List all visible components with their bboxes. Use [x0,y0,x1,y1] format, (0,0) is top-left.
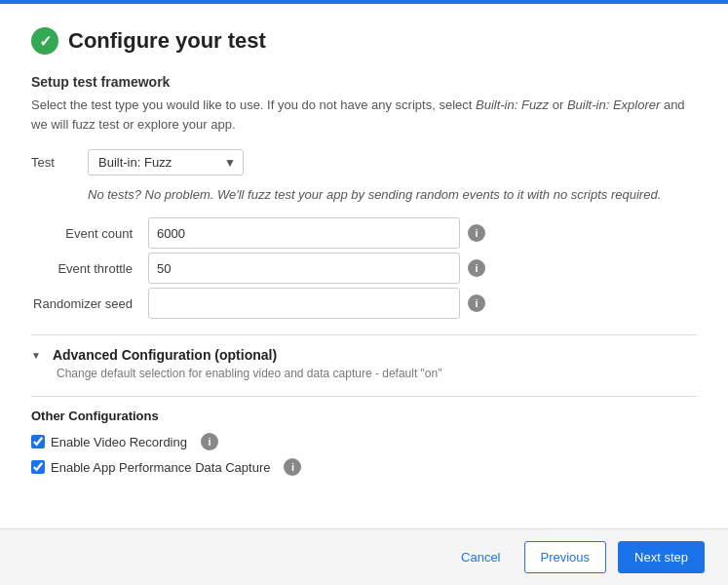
test-field-label: Test [31,155,80,170]
event-count-label: Event count [31,226,148,241]
advanced-header: ▼ Advanced Configuration (optional) [31,347,697,363]
app-perf-row: Enable App Performance Data Capture i [31,458,697,476]
page-title: Configure your test [68,28,266,54]
other-configs-section: Other Configurations Enable Video Record… [31,409,697,476]
triangle-collapse-icon[interactable]: ▼ [31,350,41,361]
setup-section-desc: Select the test type you would like to u… [31,96,697,134]
app-perf-checkbox[interactable] [31,460,45,474]
fuzz-note: No tests? No problem. We'll fuzz test yo… [88,187,697,202]
check-circle-icon [31,27,58,55]
main-content: Configure your test Setup test framework… [0,4,728,528]
randomizer-seed-info-icon[interactable]: i [468,294,485,312]
test-field-row: Test Built-in: Fuzz Built-in: Explorer C… [31,149,697,176]
other-configs-title: Other Configurations [31,409,697,423]
event-throttle-row: Event throttle i [31,253,697,284]
previous-button[interactable]: Previous [524,541,607,573]
event-throttle-info-icon[interactable]: i [468,259,485,277]
setup-section: Setup test framework Select the test typ… [31,74,697,134]
randomizer-seed-label: Randomizer seed [31,296,148,311]
cancel-button[interactable]: Cancel [449,542,512,572]
randomizer-seed-input[interactable] [148,288,460,319]
event-count-row: Event count i [31,217,697,249]
event-count-input[interactable] [148,217,460,249]
fields-section: Event count i Event throttle i Randomize… [31,217,697,319]
video-recording-row: Enable Video Recording i [31,433,697,450]
advanced-title: Advanced Configuration (optional) [53,347,277,363]
section-divider [31,396,697,397]
video-recording-label: Enable Video Recording [51,435,187,449]
test-select-wrapper: Built-in: Fuzz Built-in: Explorer Custom… [88,149,244,176]
next-step-button[interactable]: Next step [618,541,705,573]
event-throttle-label: Event throttle [31,261,148,276]
advanced-desc: Change default selection for enabling vi… [57,367,697,380]
event-count-info-icon[interactable]: i [468,224,485,242]
app-perf-info-icon[interactable]: i [284,458,301,476]
advanced-section: ▼ Advanced Configuration (optional) Chan… [31,334,697,476]
video-recording-info-icon[interactable]: i [201,433,218,450]
footer: Cancel Previous Next step [0,528,728,585]
randomizer-seed-row: Randomizer seed i [31,288,697,319]
app-perf-label: Enable App Performance Data Capture [51,460,270,475]
setup-section-title: Setup test framework [31,74,697,90]
test-select[interactable]: Built-in: Fuzz Built-in: Explorer Custom [88,149,244,176]
page-title-row: Configure your test [31,27,697,55]
event-throttle-input[interactable] [148,253,460,284]
video-recording-checkbox[interactable] [31,435,45,448]
